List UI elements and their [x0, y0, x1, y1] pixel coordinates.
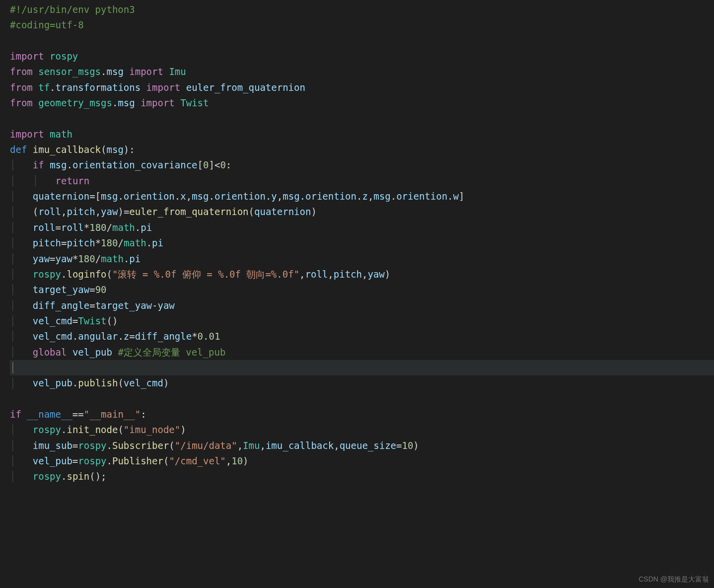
encoding-comment: #coding=utf-8: [10, 19, 84, 30]
code-block: #!/usr/bin/env python3 #coding=utf-8 imp…: [0, 0, 714, 485]
shebang: #!/usr/bin/env python3: [10, 4, 135, 15]
cursor-line: │: [10, 360, 714, 375]
watermark: CSDN @我推是大富翁: [639, 574, 709, 585]
